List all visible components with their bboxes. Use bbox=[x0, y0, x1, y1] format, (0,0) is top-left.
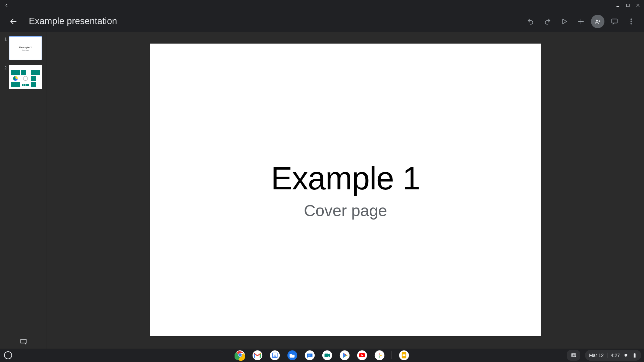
header-back-icon[interactable] bbox=[7, 15, 20, 28]
svg-point-3 bbox=[631, 19, 632, 20]
thumbnail-slide-2[interactable] bbox=[9, 65, 42, 89]
app-photos-icon[interactable] bbox=[374, 350, 385, 361]
more-icon[interactable] bbox=[625, 15, 638, 28]
workspace: 1 Example 1 Cover page 2 bbox=[0, 32, 644, 349]
app-files-icon[interactable] bbox=[287, 350, 298, 361]
status-tray[interactable]: Mar 12 4:27 bbox=[585, 350, 641, 361]
app-gmail-icon[interactable] bbox=[252, 350, 263, 361]
maximize-icon[interactable] bbox=[624, 1, 632, 9]
thumbnail-subtitle: Cover page bbox=[22, 49, 29, 51]
svg-point-8 bbox=[239, 354, 241, 356]
tote-icon[interactable] bbox=[567, 350, 580, 361]
app-chrome-icon[interactable] bbox=[235, 350, 246, 361]
thumbnail-title: Example 1 bbox=[19, 46, 32, 49]
app-youtube-icon[interactable] bbox=[357, 350, 368, 361]
svg-point-5 bbox=[631, 23, 632, 24]
shelf-divider bbox=[392, 351, 392, 359]
thumbnail-slide-1[interactable]: Example 1 Cover page bbox=[9, 36, 42, 60]
thumbnail-index: 2 bbox=[2, 65, 7, 89]
current-slide[interactable]: Example 1 Cover page bbox=[150, 44, 541, 336]
chrome-back-icon[interactable] bbox=[3, 1, 11, 9]
thumbnail-index: 1 bbox=[2, 36, 7, 60]
shelf: 31 bbox=[0, 349, 644, 362]
status-time: 4:27 bbox=[611, 353, 620, 358]
undo-icon[interactable] bbox=[524, 15, 537, 28]
slide-title[interactable]: Example 1 bbox=[271, 160, 420, 197]
app-header: Example presentation bbox=[0, 11, 644, 32]
svg-point-1 bbox=[596, 19, 598, 21]
comments-icon[interactable] bbox=[608, 15, 621, 28]
minimize-icon[interactable] bbox=[614, 1, 622, 9]
svg-rect-2 bbox=[612, 19, 618, 23]
share-button[interactable] bbox=[591, 15, 604, 28]
svg-rect-17 bbox=[325, 354, 328, 357]
wifi-icon bbox=[623, 353, 629, 358]
slide-panel: 1 Example 1 Cover page 2 bbox=[0, 32, 47, 349]
app-slides-icon[interactable] bbox=[399, 350, 410, 361]
page-title[interactable]: Example presentation bbox=[29, 16, 117, 26]
present-icon[interactable] bbox=[557, 15, 571, 28]
thumbnail-preview bbox=[11, 67, 40, 87]
svg-rect-24 bbox=[403, 354, 406, 356]
thumbnail-row: 1 Example 1 Cover page bbox=[2, 36, 45, 60]
svg-rect-0 bbox=[627, 4, 629, 7]
add-icon[interactable] bbox=[574, 15, 588, 28]
thumbnail-row: 2 bbox=[2, 65, 45, 89]
svg-text:31: 31 bbox=[273, 354, 277, 357]
status-date: Mar 12 bbox=[589, 353, 604, 358]
app-play-icon[interactable] bbox=[339, 350, 350, 361]
app-calendar-icon[interactable]: 31 bbox=[270, 350, 280, 361]
svg-rect-26 bbox=[572, 354, 575, 356]
launcher-icon[interactable] bbox=[4, 351, 12, 359]
slide-subtitle[interactable]: Cover page bbox=[304, 201, 387, 220]
close-icon[interactable] bbox=[634, 1, 642, 9]
canvas-area[interactable]: Example 1 Cover page bbox=[47, 32, 644, 349]
battery-icon bbox=[632, 353, 637, 358]
window-chrome bbox=[0, 0, 644, 11]
svg-point-4 bbox=[631, 21, 632, 22]
add-slide-button[interactable] bbox=[0, 334, 47, 349]
app-meet-icon[interactable] bbox=[322, 350, 333, 361]
app-messages-icon[interactable] bbox=[305, 350, 315, 361]
redo-icon[interactable] bbox=[541, 15, 554, 28]
shelf-apps: 31 bbox=[235, 350, 410, 361]
